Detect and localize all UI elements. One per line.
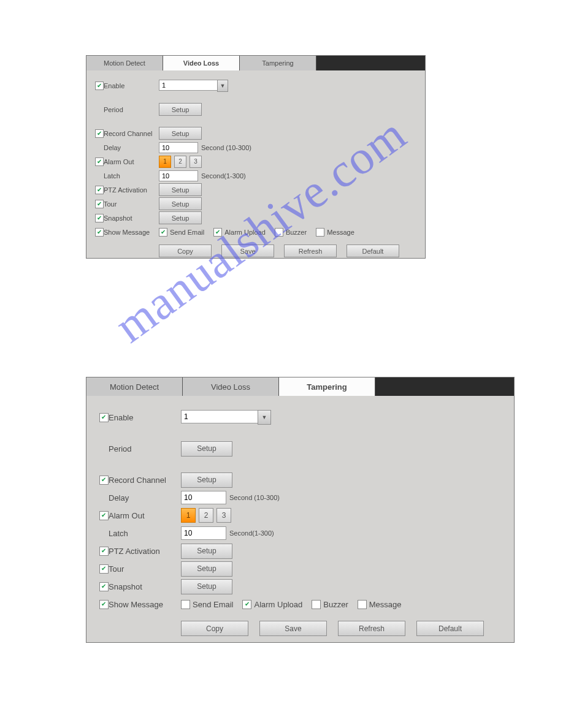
buzzer-label: Buzzer [323,600,348,609]
chevron-down-icon[interactable]: ▼ [217,80,228,92]
delay-unit: Second (10-300) [229,494,280,501]
form: Enable ▼ Period Setup Record Channel Se [86,396,514,645]
snapshot-label: Snapshot [109,582,181,591]
message-checkbox[interactable] [358,600,367,609]
ptz-activation-checkbox[interactable] [95,186,104,194]
send-email-checkbox[interactable] [181,600,190,609]
tour-setup-button[interactable]: Setup [181,561,232,577]
tabbar: Motion Detect Video Loss Tampering [86,377,514,396]
show-message-label: Show Message [104,229,159,236]
enable-checkbox[interactable] [99,413,109,422]
period-label: Period [109,444,181,453]
refresh-button[interactable]: Refresh [284,245,337,257]
record-channel-label: Record Channel [109,476,181,485]
alarm-out-label: Alarm Out [109,511,181,520]
record-channel-checkbox[interactable] [99,476,109,485]
tour-label: Tour [109,564,181,574]
latch-unit: Second(1-300) [201,172,246,180]
alarm-out-checkbox[interactable] [99,511,109,520]
alarm-upload-label: Alarm Upload [224,229,266,236]
record-channel-setup-button[interactable]: Setup [159,127,202,140]
tab-video-loss[interactable]: Video Loss [183,377,279,396]
channel-select[interactable]: ▼ [159,80,228,92]
message-label: Message [327,229,354,236]
alarm-upload-checkbox[interactable] [242,600,251,609]
alarm-out-checkbox[interactable] [95,157,104,166]
tab-motion-detect[interactable]: Motion Detect [86,56,163,70]
copy-button[interactable]: Copy [159,245,212,257]
show-message-checkbox[interactable] [99,600,109,609]
delay-label: Delay [104,144,159,151]
period-setup-button[interactable]: Setup [159,103,202,116]
ptz-setup-button[interactable]: Setup [181,544,232,559]
copy-button[interactable]: Copy [181,621,248,636]
alarm-upload-checkbox[interactable] [213,228,222,237]
buzzer-checkbox[interactable] [275,228,283,237]
tabbar: Motion Detect Video Loss Tampering [86,56,425,70]
tab-video-loss[interactable]: Video Loss [163,56,240,70]
buzzer-label: Buzzer [286,229,307,236]
alarm-out-2-button[interactable]: 2 [199,508,213,523]
default-button[interactable]: Default [347,245,399,257]
tab-tampering[interactable]: Tampering [279,377,375,396]
save-button[interactable]: Save [221,245,274,257]
alarm-out-label: Alarm Out [104,158,159,165]
snapshot-checkbox[interactable] [99,582,109,591]
alarm-out-3-button[interactable]: 3 [190,156,202,168]
save-button[interactable]: Save [259,621,327,636]
alarm-out-2-button[interactable]: 2 [174,156,186,168]
delay-unit: Second (10-300) [201,144,251,151]
alarm-upload-label: Alarm Upload [254,600,302,609]
record-channel-setup-button[interactable]: Setup [181,472,232,488]
latch-input[interactable] [181,526,226,540]
tour-checkbox[interactable] [95,200,104,208]
latch-label: Latch [109,529,181,538]
send-email-label: Send Email [170,229,204,236]
show-message-label: Show Message [109,600,181,609]
delay-input[interactable] [159,142,198,153]
send-email-checkbox[interactable] [159,228,167,237]
snapshot-setup-button[interactable]: Setup [181,579,232,594]
channel-input[interactable] [159,80,217,91]
video-loss-panel: Motion Detect Video Loss Tampering Enabl… [86,55,426,259]
ptz-setup-button[interactable]: Setup [159,183,202,196]
buzzer-checkbox[interactable] [312,600,321,609]
ptz-activation-checkbox[interactable] [99,547,109,556]
latch-label: Latch [104,172,159,180]
period-label: Period [104,106,159,113]
tampering-panel: Motion Detect Video Loss Tampering Enabl… [86,377,515,643]
snapshot-label: Snapshot [104,214,159,222]
record-channel-label: Record Channel [104,130,159,137]
message-checkbox[interactable] [316,228,324,237]
chevron-down-icon[interactable]: ▼ [258,410,271,425]
alarm-out-3-button[interactable]: 3 [216,508,231,523]
ptz-activation-label: PTZ Activation [109,547,181,556]
latch-unit: Second(1-300) [229,529,274,537]
channel-select[interactable]: ▼ [181,410,271,425]
latch-input[interactable] [159,170,198,181]
alarm-out-1-button[interactable]: 1 [159,156,171,168]
enable-label: Enable [109,413,181,422]
enable-checkbox[interactable] [95,82,104,90]
tour-label: Tour [104,200,159,208]
delay-label: Delay [109,493,181,502]
record-channel-checkbox[interactable] [95,129,104,138]
tab-motion-detect[interactable]: Motion Detect [86,377,183,396]
alarm-out-1-button[interactable]: 1 [181,508,196,523]
message-label: Message [369,600,402,609]
default-button[interactable]: Default [416,621,484,636]
show-message-checkbox[interactable] [95,228,104,237]
tab-tampering[interactable]: Tampering [240,56,316,70]
refresh-button[interactable]: Refresh [338,621,405,636]
snapshot-checkbox[interactable] [95,214,104,222]
channel-input[interactable] [181,410,258,423]
tour-setup-button[interactable]: Setup [159,197,202,210]
snapshot-setup-button[interactable]: Setup [159,211,202,224]
period-setup-button[interactable]: Setup [181,441,232,457]
ptz-activation-label: PTZ Activation [104,186,159,194]
send-email-label: Send Email [193,600,233,609]
delay-input[interactable] [181,491,226,504]
form: Enable ▼ Period Setup Record Channel Se [86,70,425,264]
tour-checkbox[interactable] [99,564,109,574]
enable-label: Enable [104,82,159,89]
